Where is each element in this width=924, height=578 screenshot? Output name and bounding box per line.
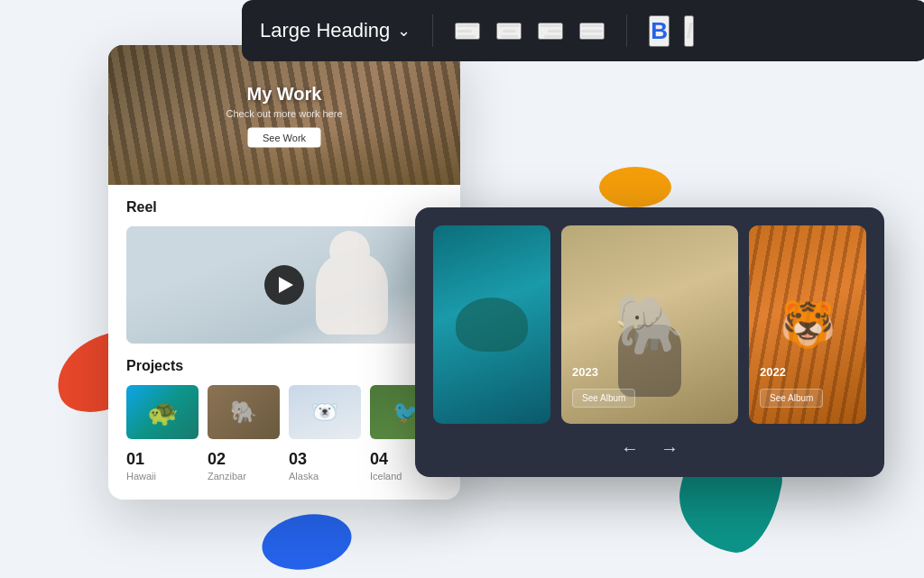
decorative-yellow-shape [599, 167, 671, 207]
formatting-toolbar: Large Heading ⌄ [242, 0, 924, 61]
website-preview-card: My Work Check out more work here See Wor… [108, 45, 460, 500]
project-image-1[interactable]: 🐘 [208, 385, 280, 439]
toolbar-divider [432, 14, 433, 47]
italic-button[interactable]: I [684, 15, 694, 47]
projects-labels: 01 Hawaii 02 Zanzibar 03 Alaska 04 Icela… [126, 450, 442, 482]
project-num-0: 01 [126, 450, 199, 469]
projects-grid: 🐢 🐘 🐻‍❄️ 🐦 [126, 385, 442, 439]
project-name-1: Zanzibar [208, 471, 280, 482]
bold-button[interactable]: B [649, 15, 670, 47]
align-left-button[interactable] [455, 23, 480, 40]
chevron-down-icon: ⌄ [397, 21, 411, 41]
gallery-navigation: ← → [433, 438, 866, 459]
gallery-year-2022: 2022 [760, 365, 786, 379]
gallery-grid: 🐘 2023 See Album 🐯 2022 See Album [433, 225, 866, 424]
project-num-1: 02 [208, 450, 280, 469]
heading-style-label: Large Heading [260, 19, 390, 42]
align-right-button[interactable] [538, 23, 563, 40]
gallery-image-tiger[interactable]: 🐯 2022 See Album [749, 225, 866, 424]
project-name-2: Alaska [289, 471, 361, 482]
reel-section-title: Reel [126, 199, 442, 216]
heading-style-dropdown[interactable]: Large Heading ⌄ [260, 19, 411, 42]
gallery-image-turtle[interactable] [433, 225, 550, 424]
gallery-album-btn-2022[interactable]: See Album [760, 389, 823, 408]
hero-cta-button[interactable]: See Work [248, 127, 320, 147]
play-button[interactable] [264, 265, 304, 305]
gallery-year-2023: 2023 [572, 365, 598, 379]
alignment-group [455, 23, 605, 40]
gallery-image-elephant[interactable]: 🐘 2023 See Album [561, 225, 738, 424]
play-icon [279, 277, 293, 293]
toolbar-divider-2 [626, 14, 627, 47]
project-label-2: 03 Alaska [289, 450, 361, 482]
hero-text-block: My Work Check out more work here See Wor… [226, 83, 343, 147]
project-label-1: 02 Zanzibar [208, 450, 280, 482]
project-label-0: 01 Hawaii [126, 450, 199, 482]
gallery-card: 🐘 2023 See Album 🐯 2022 See Album ← → [415, 207, 884, 477]
project-image-0[interactable]: 🐢 [126, 385, 199, 439]
gallery-next-button[interactable]: → [661, 438, 679, 459]
hero-title: My Work [226, 83, 343, 104]
project-name-0: Hawaii [126, 471, 199, 482]
polar-bear-image [316, 253, 388, 335]
projects-section-title: Projects [126, 358, 442, 374]
decorative-blue-shape [258, 508, 356, 576]
gallery-album-btn-2023[interactable]: See Album [572, 389, 635, 408]
align-center-button[interactable] [496, 23, 522, 40]
project-image-2[interactable]: 🐻‍❄️ [289, 385, 361, 439]
hero-section: My Work Check out more work here See Wor… [108, 45, 460, 185]
gallery-prev-button[interactable]: ← [621, 438, 639, 459]
video-thumbnail[interactable] [126, 226, 442, 344]
align-justify-button[interactable] [579, 23, 605, 40]
hero-subtitle: Check out more work here [226, 107, 343, 118]
project-num-2: 03 [289, 450, 361, 469]
card-body: Reel Projects 🐢 🐘 🐻‍❄️ 🐦 01 [108, 185, 460, 500]
